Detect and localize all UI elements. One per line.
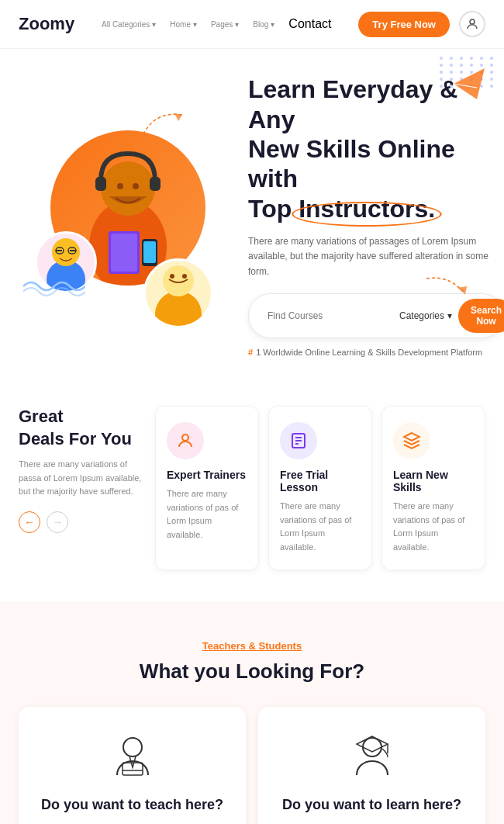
looking-cards: Do you want to teach here? Lorem ipsum d… (19, 707, 485, 824)
platform-text: 1 Worldwide Online Learning & Skills Dev… (256, 348, 482, 357)
next-arrow-button[interactable]: → (47, 511, 68, 533)
nav-links: All Categories ▾ Home ▾ Pages ▾ Blog ▾ C… (102, 17, 331, 31)
prev-arrow-button[interactable]: ← (19, 511, 40, 533)
deals-section: Great Deals For You There are many varia… (0, 375, 504, 601)
svg-point-33 (363, 738, 381, 756)
brand-logo: Zoomy (19, 14, 74, 34)
platform-tag: # 1 Worldwide Online Learning & Skills D… (248, 348, 504, 357)
svg-rect-4 (95, 177, 106, 191)
hero-images (23, 115, 233, 317)
svg-point-25 (182, 435, 188, 441)
looking-title: What you Looking For? (19, 660, 485, 684)
deals-inner: Great Deals For You There are many varia… (19, 406, 485, 570)
deals-title: Great Deals For You (19, 406, 143, 450)
navbar: Zoomy All Categories ▾ Home ▾ Pages ▾ Bl… (0, 0, 504, 49)
deal-card-desc-0: There are many variations of pas of Lorm… (167, 487, 247, 542)
svg-rect-5 (150, 177, 161, 191)
deal-card-free-trial: Free Trial Lesson There are many variati… (268, 406, 372, 570)
hero-content: Learn Everyday & Any New Skills Online w… (233, 74, 504, 357)
svg-point-30 (123, 738, 142, 756)
paper-plane-right (450, 64, 488, 106)
deal-card-expert-trainers: Expert Trainers There are many variation… (155, 406, 259, 570)
deal-card-title-1: Free Trial Lesson (280, 469, 361, 493)
hero-section: Learn Everyday & Any New Skills Online w… (0, 49, 504, 375)
arrow-decoration (419, 271, 473, 313)
nav-right: Try Free Now (358, 11, 485, 37)
looking-section: Teachers & Students What you Looking For… (0, 601, 504, 824)
nav-home[interactable]: Home ▾ (170, 20, 197, 29)
looking-tag: Teachers & Students (19, 640, 485, 652)
looking-card-learn: Do you want to learn here? Lorem ipsum d… (258, 707, 485, 824)
expert-trainers-icon (167, 422, 204, 459)
wavy-decoration (23, 275, 85, 301)
teach-icon (105, 730, 160, 784)
svg-point-6 (117, 183, 123, 189)
svg-rect-11 (143, 241, 156, 263)
hero-mini-circle-2 (143, 258, 213, 328)
deal-card-learn-skills: Learn New Skills There are many variatio… (381, 406, 485, 570)
svg-rect-9 (111, 234, 137, 272)
svg-marker-20 (454, 68, 485, 99)
nav-all-categories[interactable]: All Categories ▾ (102, 20, 156, 29)
deal-card-desc-2: There are many variations of pas of Lorm… (393, 500, 474, 554)
nav-blog[interactable]: Blog ▾ (253, 20, 274, 29)
svg-point-18 (170, 274, 174, 279)
nav-pages[interactable]: Pages ▾ (211, 20, 239, 29)
deals-description: There are many variations of passa of Lo… (19, 458, 143, 499)
deal-card-desc-1: There are many variations of pas of Lorm… (280, 500, 361, 554)
svg-point-0 (470, 19, 475, 24)
try-free-button[interactable]: Try Free Now (358, 12, 450, 37)
user-profile-icon[interactable] (459, 11, 485, 37)
deals-cards: Expert Trainers There are many variation… (155, 406, 485, 570)
svg-point-17 (163, 265, 194, 296)
svg-point-19 (182, 274, 187, 279)
deal-card-title-2: Learn New Skills (393, 469, 474, 493)
learn-skills-icon (393, 422, 430, 459)
deals-arrows: ← → (19, 511, 143, 533)
deals-left: Great Deals For You There are many varia… (19, 406, 143, 533)
svg-point-7 (133, 183, 139, 189)
hero-highlight-word: Instructors. (299, 194, 435, 223)
deal-card-title-0: Expert Trainers (167, 469, 247, 481)
search-input[interactable] (268, 310, 384, 321)
teach-card-title: Do you want to teach here? (34, 797, 230, 813)
svg-point-3 (101, 161, 155, 216)
learn-icon (345, 730, 399, 784)
learn-card-title: Do you want to learn here? (274, 797, 470, 813)
looking-card-teach: Do you want to teach here? Lorem ipsum d… (19, 707, 246, 824)
free-trial-icon (280, 422, 317, 459)
nav-contact[interactable]: Contact (288, 17, 331, 31)
